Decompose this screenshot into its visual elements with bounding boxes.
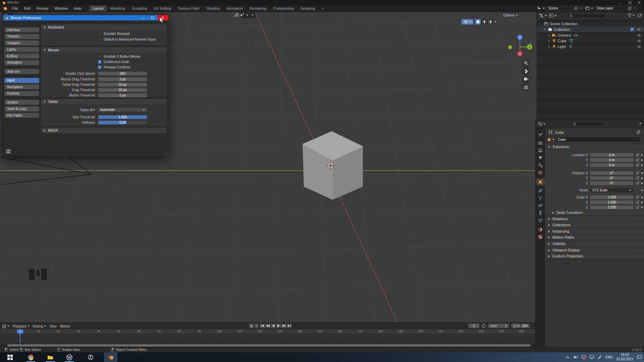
pref-field-motion-threshold[interactable]: 2 px [98, 93, 147, 98]
copy-icon[interactable] [628, 6, 632, 10]
notification-badge-icon[interactable] [581, 355, 586, 360]
outliner-filter-mode[interactable] [549, 13, 557, 18]
outliner-row-scene-collection[interactable]: Scene Collection [537, 21, 644, 26]
jump-next-keyframe-button[interactable] [281, 323, 286, 328]
lock-icon[interactable] [636, 153, 639, 157]
shading-dropdown-chevron[interactable] [494, 21, 496, 22]
pref-check-default-to-advanced-numeric-input[interactable]: Default to Advanced Numeric Input [98, 38, 156, 41]
playhead-label[interactable]: 1 [17, 329, 23, 334]
taskbar-blender-button[interactable] [107, 353, 115, 361]
lock-icon[interactable] [636, 205, 639, 209]
outliner-row-light[interactable]: ►Light [537, 44, 644, 49]
properties-tab-view-layer[interactable] [536, 154, 545, 161]
lock-icon[interactable] [636, 195, 639, 199]
expand-toggle-icon[interactable]: ► [547, 45, 551, 48]
scene-chevron-icon[interactable] [543, 8, 545, 9]
hide-in-viewport-eye-icon[interactable] [637, 39, 641, 43]
checkbox-unchecked[interactable] [98, 38, 102, 41]
workspace-tab-uv-editing[interactable]: UV Editing [150, 5, 174, 11]
camera-view-button[interactable] [522, 75, 530, 83]
mouse-panel-header[interactable]: ▼Mouse [41, 47, 167, 53]
tray-expand-icon[interactable] [566, 356, 570, 359]
checkbox-unchecked[interactable] [98, 32, 102, 36]
panel-options-dots[interactable]: ··· [638, 217, 642, 221]
animate-dot[interactable] [641, 189, 643, 191]
properties-tab-tool[interactable] [536, 131, 545, 138]
language-indicator[interactable]: ENG [605, 355, 613, 359]
proportional-falloff-icon[interactable] [233, 13, 239, 17]
pen-icon[interactable] [598, 355, 602, 359]
tablet-api-dropdown[interactable]: Automatic [98, 108, 147, 112]
panel-options-dots[interactable]: ··· [638, 254, 642, 258]
overlays-dropdown[interactable] [462, 19, 474, 24]
expand-toggle-icon[interactable]: ► [547, 40, 551, 42]
transform-value-field[interactable]: 0 m [590, 163, 634, 167]
panel-options-dots[interactable]: ··· [638, 210, 642, 215]
pref-field-mouse-drag-threshold[interactable]: 3 px [98, 77, 147, 81]
play-reverse-button[interactable] [271, 323, 276, 328]
panel-options-dots[interactable]: ··· [638, 145, 642, 149]
menu-render[interactable]: Render [34, 5, 52, 11]
transform-value-field[interactable]: 0 m [590, 158, 634, 162]
properties-tab-object-active[interactable] [536, 178, 545, 185]
animate-dot[interactable] [641, 206, 643, 208]
add-workspace-button[interactable]: + [318, 5, 327, 11]
workspace-tab-animation[interactable]: Animation [223, 5, 246, 11]
pref-check-release-confirms[interactable]: ✓Release Confirms [98, 65, 130, 69]
prefs-section-save-load[interactable]: Save & Load [4, 106, 39, 112]
animate-dot[interactable] [641, 172, 643, 174]
action-center-icon[interactable] [637, 355, 642, 359]
animate-dot[interactable] [641, 196, 643, 198]
pref-check-continuous-grab[interactable]: ✓Continuous Grab [98, 60, 129, 64]
timeline-menu-keying[interactable]: Keying [32, 323, 49, 329]
transform-value-field[interactable]: 0° [590, 181, 634, 185]
move-view-button[interactable] [522, 67, 530, 75]
navigation-gizmo[interactable]: Z Y X [507, 32, 533, 57]
resize-grip[interactable] [165, 152, 167, 155]
timeline-ruler[interactable]: 1020304050607080901001101201301401501601… [0, 329, 535, 334]
prefs-section-input[interactable]: Input [4, 78, 39, 83]
new-collection-icon[interactable] [637, 13, 642, 18]
panel-options-dots[interactable]: ··· [638, 242, 642, 246]
transform-value-field[interactable]: 0° [590, 176, 634, 180]
minimize-button[interactable]: – [616, 0, 625, 5]
timeline-menu-view[interactable]: View [49, 323, 59, 329]
prefs-maximize-button[interactable] [148, 15, 157, 20]
zoom-tool-button[interactable] [522, 59, 530, 67]
auto-keying-toggle[interactable] [249, 323, 254, 328]
properties-tab-modifiers[interactable] [536, 187, 545, 194]
timeline-menu-playback[interactable]: Playback [12, 323, 32, 329]
transform-value-field[interactable]: 1.000 [590, 200, 634, 204]
menu-window[interactable]: Window [52, 5, 71, 11]
lock-icon[interactable] [636, 200, 639, 204]
transform-value-field[interactable]: 0 m [590, 153, 634, 157]
prefs-section-navigation[interactable]: Navigation [4, 84, 39, 89]
properties-editor-type[interactable] [538, 122, 545, 126]
blender-app-icon[interactable] [3, 6, 8, 11]
timeline-menu-marker[interactable]: Marker [59, 323, 73, 329]
clock[interactable]: 15:25 02.03.2021 [616, 353, 633, 361]
properties-tab-texture[interactable] [536, 233, 545, 240]
menu-file[interactable]: File [9, 5, 21, 11]
properties-tab-physics[interactable] [536, 202, 545, 209]
panel-custom-properties[interactable]: ►Custom Properties··· [545, 253, 644, 259]
animate-dot[interactable] [641, 201, 643, 203]
properties-search-input[interactable] [571, 122, 604, 126]
workspace-tab-layout[interactable]: Layout [89, 5, 107, 11]
pref-field-double-click-speed[interactable]: 350 [98, 71, 147, 76]
taskbar-start-button[interactable] [6, 353, 14, 361]
animate-dot[interactable] [641, 159, 643, 161]
prefs-section-themes[interactable]: Themes [4, 34, 39, 39]
object-name-chevron[interactable] [552, 139, 554, 140]
taskbar-explorer-button[interactable] [46, 353, 54, 361]
end-frame-field[interactable]: End250 [511, 323, 530, 328]
checkbox-checked[interactable]: ✓ [98, 60, 102, 64]
taskbar-chrome-button[interactable] [27, 353, 35, 361]
play-button[interactable] [276, 323, 281, 328]
outliner-filter-dropdown[interactable] [628, 13, 635, 17]
properties-tab-output[interactable] [536, 147, 545, 154]
collection-checkbox[interactable]: ✓ [630, 27, 634, 31]
toggle-perspective-button[interactable] [522, 83, 530, 91]
shading-solid-button[interactable] [475, 19, 481, 24]
prefs-section-system[interactable]: System [4, 100, 39, 105]
